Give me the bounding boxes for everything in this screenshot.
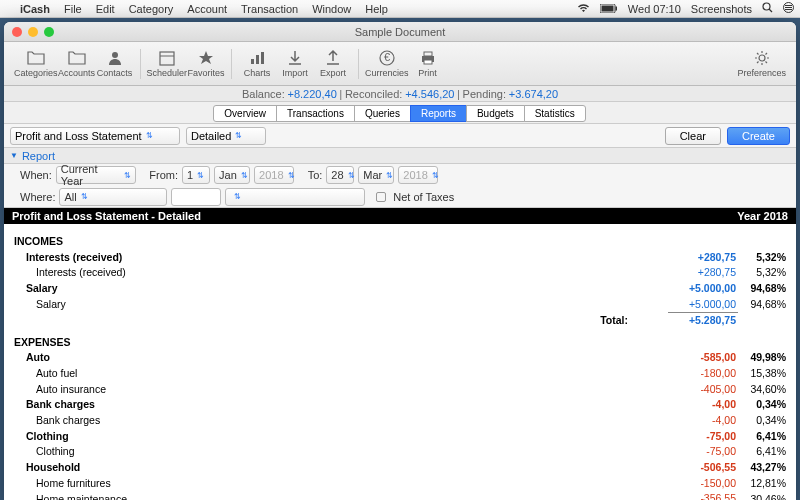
charts-button[interactable]: Charts [238, 49, 276, 78]
titlebar: Sample Document [4, 22, 796, 42]
from-month-select[interactable]: Jan⇅ [214, 166, 250, 184]
to-day-select[interactable]: 28⇅ [326, 166, 354, 184]
toolbar: Categories Accounts Contacts Scheduler F… [4, 42, 796, 86]
accounts-button[interactable]: Accounts [58, 49, 96, 78]
minimize-icon[interactable] [28, 27, 38, 37]
where-input-1[interactable] [171, 188, 221, 206]
menu-category[interactable]: Category [129, 3, 174, 15]
print-button[interactable]: Print [409, 49, 447, 78]
categories-button[interactable]: Categories [14, 49, 58, 78]
menu-help[interactable]: Help [365, 3, 388, 15]
tab-queries[interactable]: Queries [354, 105, 411, 122]
notifications-icon[interactable] [783, 2, 794, 15]
report-header[interactable]: ▼Report [4, 148, 796, 164]
report-content[interactable]: INCOMESInterests (received)+280,755,32%I… [4, 224, 796, 500]
svg-point-20 [759, 55, 765, 61]
expenses-header: EXPENSES [12, 335, 371, 351]
clear-button[interactable]: Clear [665, 127, 721, 145]
from-day-select[interactable]: 1⇅ [182, 166, 210, 184]
where-select-2[interactable]: ⇅ [225, 188, 365, 206]
category-row: Interests (received) [12, 250, 371, 266]
window-title: Sample Document [355, 26, 446, 38]
battery-icon[interactable] [600, 3, 618, 15]
zoom-icon[interactable] [44, 27, 54, 37]
import-button[interactable]: Import [276, 49, 314, 78]
svg-rect-10 [160, 52, 174, 65]
subcategory-row: Home maintenance [12, 491, 371, 500]
svg-text:€: € [384, 51, 390, 63]
menu-account[interactable]: Account [187, 3, 227, 15]
filter-bar: Profit and Loss Statement⇅ Detailed⇅ Cle… [4, 124, 796, 148]
contacts-button[interactable]: Contacts [96, 49, 134, 78]
incomes-header: INCOMES [12, 234, 371, 250]
svg-rect-13 [256, 55, 259, 64]
tab-budgets[interactable]: Budgets [466, 105, 525, 122]
svg-rect-14 [261, 52, 264, 64]
when-select[interactable]: Current Year⇅ [56, 166, 136, 184]
net-taxes-checkbox[interactable] [376, 192, 386, 202]
subcategory-row: Interests (received) [12, 265, 371, 281]
subcategory-row: Bank charges [12, 413, 371, 429]
status-line: Balance: +8.220,40 | Reconciled: +4.546,… [4, 86, 796, 102]
subcategory-row: Home furnitures [12, 476, 371, 492]
create-button[interactable]: Create [727, 127, 790, 145]
tab-statistics[interactable]: Statistics [524, 105, 586, 122]
svg-rect-2 [615, 6, 617, 10]
svg-rect-18 [424, 52, 432, 56]
subcategory-row: Auto insurance [12, 382, 371, 398]
disclosure-triangle-icon[interactable]: ▼ [10, 151, 18, 160]
category-row: Salary [12, 281, 371, 297]
from-year-select[interactable]: 2018⇅ [254, 166, 294, 184]
menu-transaction[interactable]: Transaction [241, 3, 298, 15]
wifi-icon[interactable] [577, 3, 590, 15]
tab-overview[interactable]: Overview [213, 105, 277, 122]
svg-rect-19 [424, 60, 432, 64]
scheduler-button[interactable]: Scheduler [147, 49, 188, 78]
report-type-select[interactable]: Profit and Loss Statement⇅ [10, 127, 180, 145]
export-button[interactable]: Export [314, 49, 352, 78]
system-menubar: iCash File Edit Category Account Transac… [0, 0, 800, 18]
clock[interactable]: Wed 07:10 [628, 3, 681, 15]
main-window: Sample Document Categories Accounts Cont… [4, 22, 796, 500]
subcategory-row: Clothing [12, 444, 371, 460]
subcategory-row: Auto fuel [12, 366, 371, 382]
currencies-button[interactable]: €Currencies [365, 49, 409, 78]
where-select[interactable]: All⇅ [59, 188, 167, 206]
category-row: Clothing [12, 429, 371, 445]
tabs: OverviewTransactionsQueriesReportsBudget… [4, 102, 796, 124]
svg-point-9 [112, 52, 118, 58]
tab-transactions[interactable]: Transactions [276, 105, 355, 122]
spotlight-icon[interactable] [762, 2, 773, 15]
category-row: Auto [12, 350, 371, 366]
category-row: Bank charges [12, 397, 371, 413]
report-title-bar: Profit and Loss Statement - DetailedYear… [4, 208, 796, 224]
when-row: When: Current Year⇅ From: 1⇅ Jan⇅ 2018⇅ … [4, 164, 796, 186]
svg-rect-1 [601, 5, 613, 11]
svg-line-4 [769, 9, 772, 12]
menu-file[interactable]: File [64, 3, 82, 15]
tab-reports[interactable]: Reports [410, 105, 467, 122]
incomes-total-label: Total: [371, 313, 668, 329]
where-row: Where: All⇅ ⇅ Net of Taxes [4, 186, 796, 208]
close-icon[interactable] [12, 27, 22, 37]
subcategory-row: Salary [12, 297, 371, 313]
svg-rect-12 [251, 59, 254, 64]
category-row: Household [12, 460, 371, 476]
favorites-button[interactable]: Favorites [187, 49, 225, 78]
incomes-total: +5.280,75 [668, 313, 738, 329]
to-year-select[interactable]: 2018⇅ [398, 166, 438, 184]
menu-window[interactable]: Window [312, 3, 351, 15]
svg-point-3 [763, 3, 770, 10]
detail-select[interactable]: Detailed⇅ [186, 127, 266, 145]
app-name[interactable]: iCash [20, 3, 50, 15]
preferences-button[interactable]: Preferences [737, 49, 786, 78]
menu-edit[interactable]: Edit [96, 3, 115, 15]
to-month-select[interactable]: Mar⇅ [358, 166, 394, 184]
menubar-app[interactable]: Screenshots [691, 3, 752, 15]
